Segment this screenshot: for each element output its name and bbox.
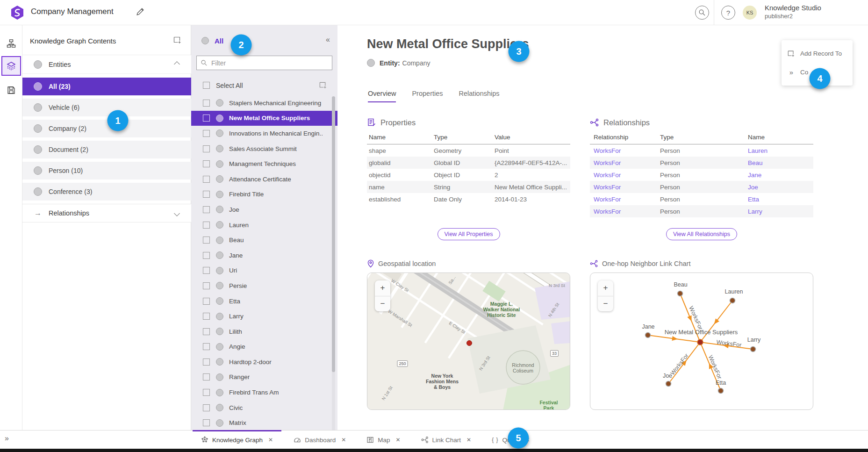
view-tab-dashboard[interactable]: Dashboard✕ [285, 430, 354, 449]
edit-title-icon[interactable] [136, 7, 145, 16]
entity-type-row[interactable]: Document (2) [22, 141, 191, 158]
item-checkbox[interactable] [203, 373, 210, 380]
select-all-checkbox[interactable] [203, 82, 210, 89]
list-item[interactable]: Larry [191, 309, 337, 324]
save-rail-button[interactable] [1, 80, 21, 100]
item-checkbox[interactable] [203, 313, 210, 320]
relationships-section-header[interactable]: → Relationships [22, 204, 191, 222]
table-link[interactable]: Beau [748, 159, 810, 166]
list-item[interactable]: Uri [191, 263, 337, 279]
table-link[interactable]: Etta [748, 196, 810, 203]
item-checkbox[interactable] [203, 298, 210, 305]
list-item[interactable]: Angie [191, 339, 337, 355]
view-all-relationships-button[interactable]: View All Relationships [666, 228, 737, 240]
list-item[interactable]: Staplers Mechanical Engineering [191, 95, 337, 111]
one-hop-link-chart[interactable]: WorksForWorksForWorksForWorksForNew Meta… [590, 273, 813, 410]
node[interactable] [666, 381, 671, 387]
view-tab-map[interactable]: Map✕ [358, 430, 409, 449]
map-marker[interactable] [467, 341, 472, 346]
item-checkbox[interactable] [203, 343, 210, 350]
item-checkbox[interactable] [203, 222, 210, 229]
view-tab-knowledge-graph[interactable]: Knowledge Graph✕ [193, 430, 281, 449]
item-checkbox[interactable] [203, 130, 210, 137]
list-item[interactable]: Sales Associate Summit [191, 141, 337, 157]
entity-type-row[interactable]: Person (10) [22, 162, 191, 179]
item-checkbox[interactable] [203, 160, 210, 167]
list-item[interactable]: Hardtop 2-door [191, 354, 337, 370]
table-link[interactable]: WorksFor [590, 208, 660, 215]
node[interactable] [751, 347, 756, 352]
list-item[interactable]: Matrix [191, 415, 337, 430]
list-item[interactable]: Jane [191, 248, 337, 263]
list-item[interactable]: Beau [191, 232, 337, 248]
entity-type-row[interactable]: Conference (3) [22, 183, 191, 201]
list-item[interactable]: Managment Techniques [191, 156, 337, 172]
list-item[interactable]: Attendance Certificate [191, 172, 337, 187]
list-item[interactable]: Lilith [191, 324, 337, 339]
item-checkbox[interactable] [203, 389, 210, 396]
table-link[interactable]: Joe [748, 184, 810, 191]
collapse-panel-icon[interactable]: « [326, 36, 330, 44]
entity-type-row[interactable]: Company (2) [22, 120, 191, 137]
close-tab-icon[interactable]: ✕ [466, 437, 471, 443]
all-radio-icon[interactable] [201, 37, 209, 44]
tab-relationships[interactable]: Relationships [459, 90, 500, 102]
close-tab-icon[interactable]: ✕ [341, 437, 346, 443]
list-item[interactable]: Lauren [191, 217, 337, 233]
select-all-row[interactable]: Select All [191, 78, 337, 93]
item-checkbox[interactable] [203, 419, 210, 426]
menu-item-add-record-to[interactable]: Add Record To [782, 44, 853, 63]
list-item[interactable]: Innovations in Mechanical Engin... [191, 126, 337, 141]
data-model-rail-button[interactable] [1, 34, 21, 53]
item-checkbox[interactable] [203, 359, 210, 366]
table-link[interactable]: WorksFor [590, 196, 660, 203]
close-tab-icon[interactable]: ✕ [396, 437, 401, 443]
zoom-in-button[interactable]: + [375, 280, 390, 296]
filter-input[interactable] [210, 59, 332, 67]
geospatial-map[interactable]: + − W Clay StSa...W Marshall StE Clay St… [367, 273, 570, 410]
zoom-in-button[interactable]: + [598, 280, 613, 296]
contents-rail-button[interactable] [1, 56, 21, 76]
item-checkbox[interactable] [203, 206, 210, 213]
scrollbar-thumb[interactable] [332, 96, 335, 372]
add-selected-icon[interactable] [319, 81, 327, 89]
view-all-properties-button[interactable]: View All Properties [438, 228, 500, 240]
item-checkbox[interactable] [203, 145, 210, 152]
close-tab-icon[interactable]: ✕ [268, 437, 273, 443]
item-checkbox[interactable] [203, 176, 210, 183]
table-link[interactable]: Jane [748, 172, 810, 179]
table-link[interactable]: WorksFor [590, 159, 660, 166]
table-link[interactable]: Larry [748, 208, 810, 215]
search-button[interactable] [695, 6, 709, 20]
node[interactable] [718, 388, 724, 394]
list-item[interactable]: Ranger [191, 370, 337, 385]
item-checkbox[interactable] [203, 328, 210, 335]
item-checkbox[interactable] [203, 267, 210, 274]
item-checkbox[interactable] [203, 404, 210, 411]
list-item[interactable]: Firebird Title [191, 187, 337, 202]
view-tab-link-chart[interactable]: Link Chart✕ [413, 430, 480, 449]
avatar[interactable]: KS [743, 6, 757, 20]
entities-section-header[interactable]: Entities [22, 55, 191, 74]
help-button[interactable]: ? [721, 6, 735, 20]
list-item[interactable]: Civic [191, 400, 337, 416]
node[interactable] [678, 291, 683, 296]
list-item[interactable]: Etta [191, 294, 337, 309]
table-link[interactable]: Lauren [748, 147, 810, 154]
add-record-icon[interactable] [173, 36, 182, 44]
list-item[interactable]: Joe [191, 202, 337, 217]
node[interactable] [730, 298, 735, 303]
center-node[interactable] [697, 339, 703, 345]
entity-type-row[interactable]: All (23) [22, 78, 191, 95]
expand-bottom-icon[interactable]: » [5, 434, 9, 443]
tab-properties[interactable]: Properties [412, 90, 443, 102]
list-item[interactable]: Firebird Trans Am [191, 385, 337, 400]
node[interactable] [646, 333, 651, 338]
zoom-out-button[interactable]: − [375, 296, 390, 312]
table-link[interactable]: WorksFor [590, 147, 660, 154]
item-checkbox[interactable] [203, 100, 210, 107]
list-item[interactable]: Persie [191, 278, 337, 294]
item-checkbox[interactable] [203, 115, 210, 122]
table-link[interactable]: WorksFor [590, 184, 660, 191]
list-item[interactable]: New Metal Office Suppliers [191, 111, 337, 126]
